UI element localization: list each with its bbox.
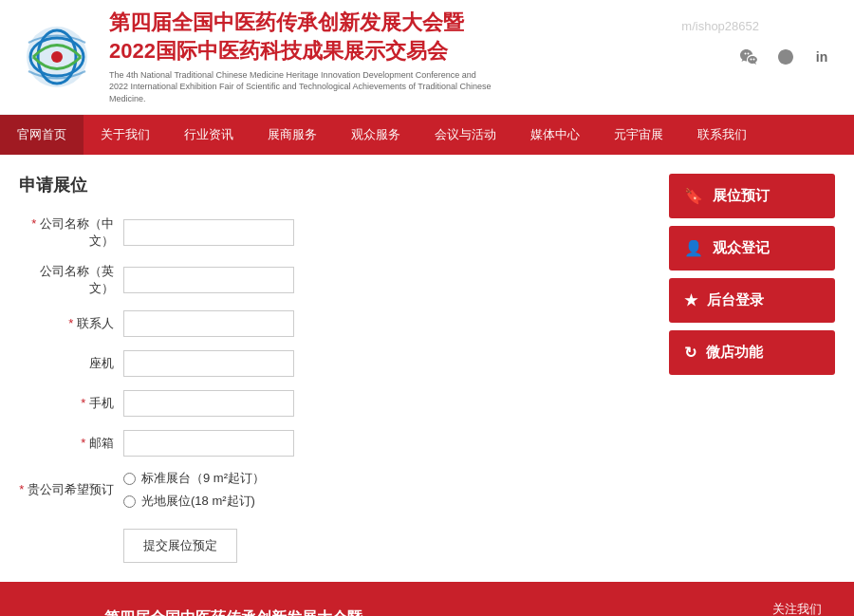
main-nav: 官网首页 关于我们 行业资讯 展商服务 观众服务 会议与活动 媒体中心 元宇宙展… — [0, 115, 854, 155]
radio-input-premium[interactable] — [123, 495, 136, 508]
nav-item-home[interactable]: 官网首页 — [0, 115, 84, 155]
form-row-email: 邮箱 — [19, 430, 650, 457]
form-section: 申请展位 公司名称（中文） 公司名称（英文） 联系人 座机 手机 邮箱 — [19, 174, 650, 563]
label-landline: 座机 — [19, 355, 123, 372]
nav-item-visitor[interactable]: 观众服务 — [334, 115, 418, 155]
input-email[interactable] — [123, 430, 294, 457]
header-title-block: 第四届全国中医药传承创新发展大会暨 2022国际中医药科技成果展示交易会 The… — [109, 9, 736, 104]
header-social: in — [736, 44, 835, 70]
star-icon: ★ — [684, 291, 697, 309]
footer-right: 关注我们 — [769, 601, 826, 616]
sidebar-btn-shop[interactable]: ↻ 微店功能 — [669, 330, 835, 375]
radio-premium[interactable]: 光地展位(18 m²起订) — [123, 493, 265, 510]
nav-item-metaverse[interactable]: 元宇宙展 — [597, 115, 680, 155]
shop-icon: ↻ — [684, 344, 696, 362]
form-row-booth: 贵公司希望预订 标准展台（9 m²起订） 光地展位(18 m²起订) — [19, 470, 650, 510]
sidebar-btn-backend[interactable]: ★ 后台登录 — [669, 278, 835, 323]
form-row-landline: 座机 — [19, 350, 650, 377]
nav-item-news[interactable]: 行业资讯 — [167, 115, 251, 155]
nav-item-exhibitor[interactable]: 展商服务 — [251, 115, 334, 155]
radio-input-standard[interactable] — [123, 473, 136, 485]
form-title: 申请展位 — [19, 174, 650, 196]
input-company-cn[interactable] — [123, 219, 294, 246]
linkedin-icon[interactable]: in — [808, 44, 835, 70]
input-company-en[interactable] — [123, 267, 294, 293]
svg-point-3 — [51, 51, 63, 63]
sidebar: 🔖 展位预订 👤 观众登记 ★ 后台登录 ↻ 微店功能 — [669, 174, 835, 563]
footer-text-block: 第四届全国中医药传承创新发展大会暨 2022国际中医药科技成果展示交易会 The… — [104, 608, 750, 616]
label-company-en: 公司名称（英文） — [19, 263, 123, 297]
footer: 第四届全国中医药传承创新发展大会暨 2022国际中医药科技成果展示交易会 The… — [0, 582, 854, 616]
form-row-mobile: 手机 — [19, 390, 650, 417]
form-row-company-en: 公司名称（英文） — [19, 263, 650, 297]
sidebar-btn-visitor[interactable]: 👤 观众登记 — [669, 226, 835, 271]
form-row-company-cn: 公司名称（中文） — [19, 215, 650, 250]
nav-item-about[interactable]: 关于我们 — [84, 115, 167, 155]
input-mobile[interactable] — [123, 390, 294, 417]
header-subtitle: The 4th National Traditional Chinese Med… — [109, 69, 508, 105]
main-content: 申请展位 公司名称（中文） 公司名称（英文） 联系人 座机 手机 邮箱 — [0, 155, 854, 582]
submit-row: 提交展位预定 — [123, 529, 650, 563]
form-row-contact: 联系人 — [19, 310, 650, 337]
label-email: 邮箱 — [19, 435, 123, 452]
submit-button[interactable]: 提交展位预定 — [123, 529, 237, 563]
footer-follow-label: 关注我们 — [772, 601, 822, 616]
visitor-icon: 👤 — [684, 239, 703, 257]
label-contact: 联系人 — [19, 315, 123, 332]
nav-item-contact[interactable]: 联系我们 — [680, 115, 764, 155]
header-title-line2: 2022国际中医药科技成果展示交易会 — [109, 37, 736, 65]
wechat-icon[interactable] — [736, 44, 763, 70]
label-company-cn: 公司名称（中文） — [19, 215, 123, 250]
input-contact[interactable] — [123, 310, 294, 337]
sidebar-btn-booth[interactable]: 🔖 展位预订 — [669, 174, 835, 218]
booth-icon: 🔖 — [684, 187, 703, 205]
footer-title-line1: 第四届全国中医药传承创新发展大会暨 — [104, 608, 750, 616]
header: 第四届全国中医药传承创新发展大会暨 2022国际中医药科技成果展示交易会 The… — [0, 0, 854, 115]
weibo-icon[interactable] — [772, 44, 799, 70]
header-watermark: m/ishop28652 — [681, 19, 759, 33]
radio-standard[interactable]: 标准展台（9 m²起订） — [123, 470, 265, 487]
input-landline[interactable] — [123, 350, 294, 377]
header-logo — [19, 24, 95, 90]
booth-radio-group: 标准展台（9 m²起订） 光地展位(18 m²起订) — [123, 470, 265, 510]
nav-item-media[interactable]: 媒体中心 — [513, 115, 597, 155]
nav-item-conference[interactable]: 会议与活动 — [418, 115, 513, 155]
header-title-line1: 第四届全国中医药传承创新发展大会暨 — [109, 9, 736, 37]
label-mobile: 手机 — [19, 395, 123, 412]
label-booth: 贵公司希望预订 — [19, 481, 123, 498]
